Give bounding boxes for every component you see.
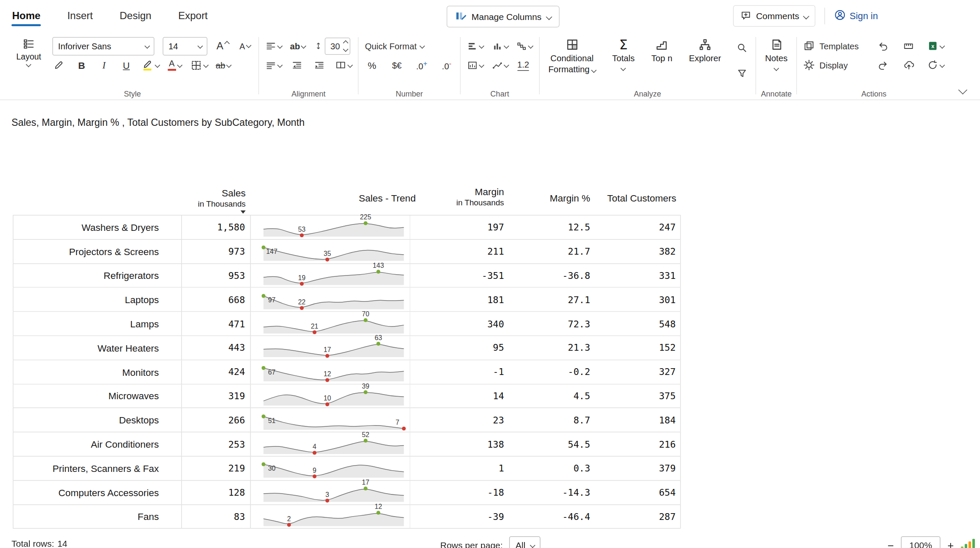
tab-home[interactable]: Home	[11, 8, 41, 24]
font-size-select[interactable]: 14	[163, 37, 208, 55]
zoom-level[interactable]: 100%	[901, 537, 940, 548]
max-point-dot	[364, 438, 368, 442]
customers-column-header[interactable]: Total Customers	[593, 193, 681, 215]
conditional-formatting-button[interactable]: Conditional Formatting	[546, 38, 598, 75]
rows-per-page-select[interactable]: All	[509, 537, 541, 548]
search-icon	[736, 42, 748, 54]
wrap-text-button[interactable]: ab	[290, 38, 305, 54]
trend-column-header[interactable]: Sales - Trend	[308, 193, 467, 215]
waterfall-chart-button[interactable]	[516, 38, 533, 54]
refresh-button[interactable]	[927, 57, 944, 74]
table-row[interactable]: Water Heaters44363179521.3152	[13, 336, 681, 360]
filter-button[interactable]	[735, 65, 749, 82]
shrink-font-button[interactable]: A	[238, 38, 252, 54]
borders-button[interactable]	[190, 57, 207, 74]
max-point-dot	[364, 390, 368, 394]
min-point-dot	[287, 523, 291, 527]
table-row[interactable]: Fans83122-39-46.4287	[13, 505, 681, 529]
export-excel-button[interactable]: x	[927, 38, 944, 54]
sparkline-chart-button[interactable]	[492, 57, 508, 74]
customers-value: 301	[593, 288, 681, 311]
column-chart-button[interactable]	[492, 38, 508, 54]
collapse-ribbon-chevron-icon[interactable]	[958, 85, 967, 94]
row-height-control[interactable]: 30	[314, 38, 350, 54]
decrease-decimal-button[interactable]: .0-	[440, 57, 454, 74]
chevron-down-icon	[621, 65, 626, 71]
table-row[interactable]: Refrigerators95314319-351-36.8331	[13, 264, 681, 288]
table-row[interactable]: Washers & Dryers1,5802255319712.5247	[13, 216, 681, 240]
table-row[interactable]: Projectors & Screens9731473521121.7382	[13, 240, 681, 264]
redo-button[interactable]	[876, 57, 890, 74]
table-row[interactable]: Computers Accessories128173-18-14.3654	[13, 481, 681, 505]
chevron-down-icon	[940, 43, 945, 48]
table-row[interactable]: Desktops266517238.7184	[13, 409, 681, 433]
row-height-stepper[interactable]: 30	[325, 37, 350, 55]
sales-trend-cell: 6317	[251, 336, 410, 359]
tab-design[interactable]: Design	[119, 8, 152, 24]
quick-format-button[interactable]: Quick Format	[365, 38, 424, 54]
table-row[interactable]: Lamps471702134072.3548	[13, 312, 681, 336]
zoom-out-button[interactable]: −	[888, 540, 894, 548]
sparkline-chart: 9722	[261, 288, 408, 311]
table-row[interactable]: Air Conditioners25352413854.5216	[13, 432, 681, 457]
sales-column-header[interactable]: Sales in Thousands	[182, 187, 251, 215]
margin-pct-header-label: Margin %	[550, 193, 590, 204]
group-label-annotate: Annotate	[756, 89, 797, 98]
increase-decimal-button[interactable]: .0+	[415, 57, 429, 74]
tab-insert[interactable]: Insert	[67, 8, 94, 24]
min-point-dot	[402, 426, 406, 430]
undo-button[interactable]	[876, 38, 890, 54]
totals-button[interactable]: Σ Totals	[610, 38, 637, 70]
templates-button[interactable]: Templates	[803, 38, 865, 54]
display-button[interactable]: Display	[803, 57, 865, 74]
format-painter-button[interactable]	[52, 57, 66, 74]
table-row[interactable]: Laptops668972218127.1301	[13, 288, 681, 312]
quick-format-label: Quick Format	[365, 41, 417, 51]
merge-cells-button[interactable]	[335, 57, 352, 74]
bar-chart-button[interactable]	[467, 38, 483, 54]
sign-in-button[interactable]: Sign in	[834, 9, 878, 23]
group-label-chart: Chart	[461, 89, 539, 98]
publish-button[interactable]	[902, 57, 916, 74]
font-color-icon: A	[168, 60, 176, 71]
increase-indent-button[interactable]	[312, 57, 326, 74]
inforiver-logo-icon[interactable]	[961, 539, 975, 548]
zoom-in-button[interactable]: +	[948, 540, 954, 548]
margin-pct-value: 27.1	[510, 288, 593, 311]
italic-button[interactable]: I	[97, 57, 111, 74]
layout-button[interactable]: Layout	[13, 37, 45, 75]
stepper-arrows[interactable]	[344, 42, 347, 51]
decrease-indent-button[interactable]	[290, 57, 304, 74]
max-point-label: 52	[362, 431, 370, 438]
min-point-label: 9	[313, 467, 316, 474]
margin-pct-column-header[interactable]: Margin %	[510, 193, 593, 215]
notes-button[interactable]: Notes	[763, 38, 790, 70]
row-label: Printers, Scanners & Fax	[13, 457, 182, 480]
strikethrough-button[interactable]: ab	[216, 57, 231, 74]
comments-button[interactable]: Comments	[733, 5, 815, 27]
currency-format-button[interactable]: $€	[390, 57, 404, 74]
explorer-button[interactable]: Explorer	[687, 38, 724, 65]
percent-format-button[interactable]: %	[365, 57, 379, 74]
ratio-button[interactable]: 1.2	[516, 57, 530, 74]
vertical-align-button[interactable]	[265, 57, 282, 74]
grow-font-button[interactable]: A	[216, 38, 230, 54]
underline-button[interactable]: U	[120, 57, 134, 74]
combo-chart-button[interactable]	[467, 57, 483, 74]
table-row[interactable]: Printers, Scanners & Fax21930910.3379	[13, 457, 681, 481]
sort-descending-icon[interactable]	[241, 210, 246, 214]
min-point-label: 22	[298, 298, 306, 305]
search-button[interactable]	[735, 40, 749, 56]
tab-export[interactable]: Export	[177, 8, 208, 24]
measure-button[interactable]	[902, 38, 916, 54]
manage-columns-button[interactable]: Manage Columns	[447, 6, 559, 28]
highlight-color-button[interactable]	[142, 57, 159, 74]
font-color-button[interactable]: A	[168, 57, 182, 74]
top-n-button[interactable]: Top n	[649, 38, 675, 65]
table-row[interactable]: Microwaves3193910144.5375	[13, 384, 681, 409]
bold-button[interactable]: B	[75, 57, 89, 74]
horizontal-align-button[interactable]	[265, 38, 282, 54]
ribbon-group-analyze: Conditional Formatting Σ Totals Top n	[539, 32, 755, 99]
font-family-select[interactable]: Inforiver Sans	[52, 37, 154, 55]
table-row[interactable]: Monitors4246712-1-0.2327	[13, 360, 681, 384]
